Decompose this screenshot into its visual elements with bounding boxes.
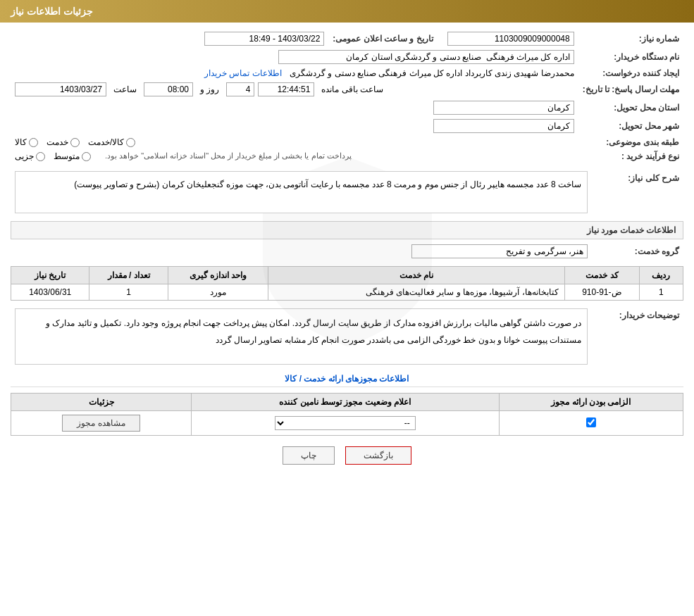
announce-datetime-label: تاریخ و ساعت اعلان عمومی: — [328, 30, 437, 48]
purchase-jozi-label: جزیی — [15, 151, 34, 161]
cell-qty: 1 — [89, 284, 168, 301]
deadline-date-input[interactable] — [15, 82, 106, 96]
col-code: کد خدمت — [564, 267, 639, 284]
cell-unit: مورد — [168, 284, 268, 301]
permit-required-checkbox[interactable] — [586, 417, 596, 427]
buyer-org-input[interactable] — [278, 50, 574, 64]
category-kala-khedmat-label: کالا/خدمت — [88, 137, 124, 147]
category-kala-khedmat-radio[interactable] — [126, 138, 135, 147]
requester-contact-link[interactable]: اطلاعات تماس خریدار — [204, 68, 282, 78]
description-box: ساخت 8 عدد مجسمه هایپر رئال از جنس موم و… — [15, 171, 588, 213]
buyer-org-label: نام دستگاه خریدار: — [578, 48, 683, 66]
service-group-label: گروه خدمت: — [592, 242, 683, 260]
col-qty: تعداد / مقدار — [89, 267, 168, 284]
permits-col-details: جزئیات — [11, 394, 192, 411]
page-title: جزئیات اطلاعات نیاز — [11, 6, 93, 17]
page-header: جزئیات اطلاعات نیاز — [0, 0, 694, 23]
view-permit-button[interactable]: مشاهده مجوز — [62, 415, 140, 432]
purchase-motawaset-radio[interactable] — [82, 152, 91, 161]
description-label: شرح کلی نیاز: — [592, 169, 683, 215]
cell-date: 1403/06/31 — [11, 284, 89, 301]
city-input[interactable] — [433, 119, 574, 133]
print-button[interactable]: چاپ — [283, 446, 335, 465]
purchase-jozi-radio[interactable] — [36, 152, 45, 161]
permits-section-title: اطلاعات مجوزهای ارائه خدمت / کالا — [11, 374, 683, 387]
col-row: ردیف — [639, 267, 683, 284]
buyer-notes-box: در صورت داشتن گواهی مالیات برارزش افزوده… — [15, 308, 588, 365]
announce-datetime-input[interactable] — [204, 32, 324, 46]
need-number-label: شماره نیاز: — [578, 30, 683, 48]
cell-row: 1 — [639, 284, 683, 301]
back-button[interactable]: بازگشت — [345, 446, 411, 465]
service-group-input[interactable] — [411, 244, 588, 258]
list-item: -- مشاهده مجوز — [11, 411, 683, 436]
services-info-title: اطلاعات خدمات مورد نیاز — [11, 221, 683, 239]
col-unit: واحد اندازه گیری — [168, 267, 268, 284]
deadline-time-label: ساعت — [113, 84, 137, 94]
purchase-motawaset-label: متوسط — [54, 151, 80, 161]
category-khedmat-radio[interactable] — [70, 138, 80, 147]
remaining-input[interactable] — [258, 82, 314, 96]
purchase-note: پرداخت تمام یا بخشی از مبلغ خریدار از مح… — [105, 151, 352, 161]
city-label: شهر محل تحویل: — [578, 117, 683, 135]
permits-col-required: الزامی بودن ارائه مجوز — [499, 394, 683, 411]
col-date: تاریخ نیاز — [11, 267, 89, 284]
remaining-label: ساعت باقی مانده — [321, 84, 383, 94]
permits-table: الزامی بودن ارائه مجوز اعلام وضعیت مجوز … — [11, 393, 683, 436]
cell-code: ض-91-910 — [564, 284, 639, 301]
need-number-input[interactable] — [447, 32, 574, 46]
permits-col-status: اعلام وضعیت مجوز توسط نامین کننده — [192, 394, 499, 411]
requester-value: محمدرضا شهیدی زندی کاربرداد اداره کل میر… — [290, 68, 574, 78]
province-input[interactable] — [433, 101, 574, 115]
footer-buttons: بازگشت چاپ — [11, 446, 683, 465]
requester-label: ایجاد کننده درخواست: — [578, 66, 683, 80]
buyer-notes-label: توضیحات خریدار: — [592, 306, 683, 367]
response-deadline-label: مهلت ارسال پاسخ: تا تاریخ: — [578, 80, 683, 99]
cell-name: کتابخانه‌ها، آرشیوها، موزه‌ها و سایر فعا… — [268, 284, 565, 301]
category-khedmat-label: خدمت — [47, 137, 68, 147]
col-name: نام خدمت — [268, 267, 565, 284]
category-kala-radio[interactable] — [29, 138, 38, 147]
deadline-time-input[interactable] — [144, 82, 193, 96]
permit-status-select[interactable]: -- — [275, 416, 416, 430]
days-input[interactable] — [226, 82, 254, 96]
category-kala-label: کالا — [15, 137, 27, 147]
days-label: روز و — [200, 84, 219, 94]
purchase-type-label: نوع فرآیند خرید : — [578, 149, 683, 163]
table-row: 1 ض-91-910 کتابخانه‌ها، آرشیوها، موزه‌ها… — [11, 284, 683, 301]
province-label: استان محل تحویل: — [578, 99, 683, 117]
category-label: طبقه بندی موضوعی: — [578, 135, 683, 149]
services-table: ردیف کد خدمت نام خدمت واحد اندازه گیری ت… — [11, 266, 683, 301]
